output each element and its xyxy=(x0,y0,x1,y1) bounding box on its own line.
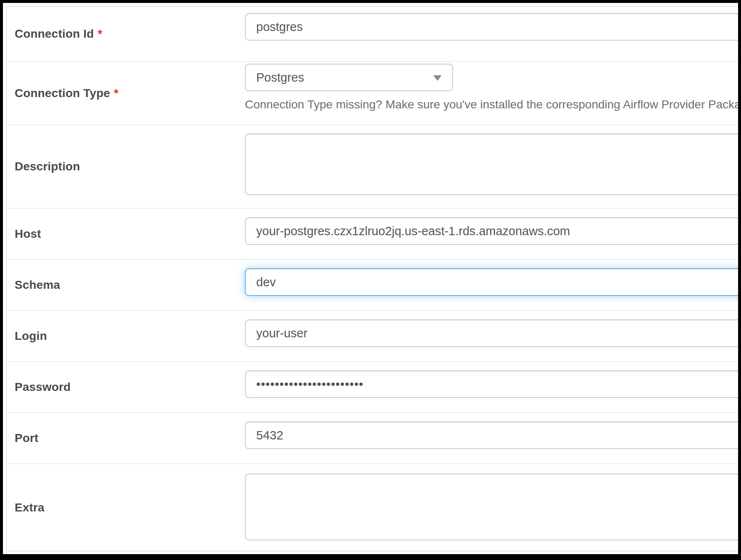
connection-id-label: Connection Id xyxy=(15,27,94,41)
field-row-description: Description xyxy=(7,125,738,209)
host-input-cell xyxy=(245,209,738,259)
host-input[interactable] xyxy=(245,217,738,245)
extra-label: Extra xyxy=(15,501,44,514)
host-label-cell: Host xyxy=(7,209,245,259)
connection-id-input[interactable] xyxy=(245,13,738,41)
login-input-cell xyxy=(245,311,738,361)
schema-input-cell xyxy=(245,260,738,310)
connection-type-select[interactable]: Postgres xyxy=(245,64,453,91)
password-label: Password xyxy=(15,380,71,394)
field-row-host: Host xyxy=(7,209,738,260)
password-input[interactable] xyxy=(245,370,738,398)
field-row-port: Port xyxy=(7,413,738,464)
login-label-cell: Login xyxy=(7,311,245,361)
field-row-login: Login xyxy=(7,311,738,362)
connection-type-selected-value: Postgres xyxy=(256,71,304,85)
chevron-down-icon xyxy=(433,75,442,81)
edit-connection-form: Connection Id * Connection Type * Postgr… xyxy=(6,6,738,552)
connection-form-viewport: Connection Id * Connection Type * Postgr… xyxy=(3,3,738,554)
extra-label-cell: Extra xyxy=(7,464,245,551)
field-row-extra: Extra xyxy=(7,464,738,551)
password-label-cell: Password xyxy=(7,362,245,412)
field-row-schema: Schema xyxy=(7,260,738,311)
connection-type-input-cell: Postgres Connection Type missing? Make s… xyxy=(245,62,738,124)
description-label-cell: Description xyxy=(7,125,245,208)
password-input-cell xyxy=(245,362,738,412)
port-input-cell xyxy=(245,413,738,463)
schema-input[interactable] xyxy=(245,268,738,296)
port-label: Port xyxy=(15,432,39,445)
port-label-cell: Port xyxy=(7,413,245,463)
connection-id-label-cell: Connection Id * xyxy=(7,7,245,61)
extra-input-cell xyxy=(245,464,738,551)
login-label: Login xyxy=(15,329,47,343)
login-input[interactable] xyxy=(245,319,738,347)
field-row-connection-id: Connection Id * xyxy=(7,7,738,62)
connection-type-label-cell: Connection Type * xyxy=(7,62,245,124)
field-row-connection-type: Connection Type * Postgres Connection Ty… xyxy=(7,62,738,125)
extra-textarea[interactable] xyxy=(245,473,738,540)
schema-label: Schema xyxy=(15,278,60,292)
required-asterisk: * xyxy=(98,27,102,41)
port-input[interactable] xyxy=(245,421,738,449)
field-row-password: Password xyxy=(7,362,738,413)
connection-type-label: Connection Type xyxy=(15,87,110,100)
description-input-cell xyxy=(245,125,738,208)
host-label: Host xyxy=(15,227,41,241)
required-asterisk: * xyxy=(114,87,118,100)
description-label: Description xyxy=(15,160,80,173)
connection-type-helper-text: Connection Type missing? Make sure you'v… xyxy=(245,98,738,111)
connection-id-input-cell xyxy=(245,7,738,61)
schema-label-cell: Schema xyxy=(7,260,245,310)
description-textarea[interactable] xyxy=(245,134,738,195)
